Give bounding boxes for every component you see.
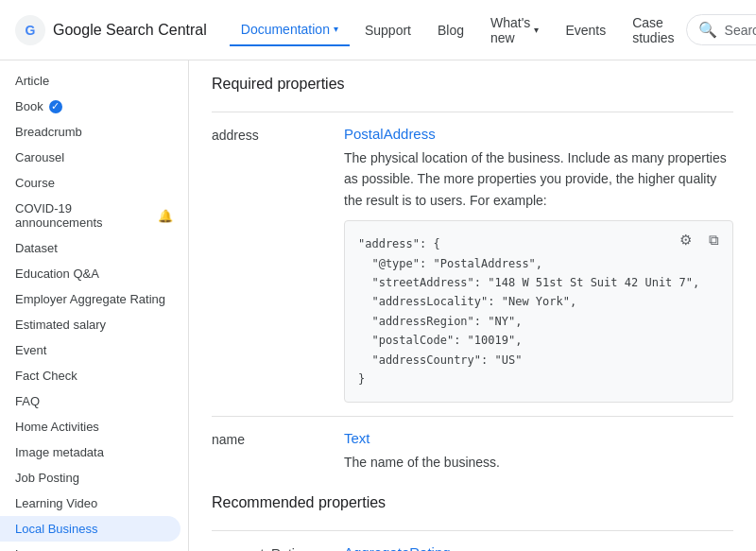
settings-button[interactable]: ⚙	[672, 227, 698, 253]
prop-name-aggregate: aggregateRating	[212, 544, 344, 551]
check-icon: ✓	[49, 100, 62, 113]
sidebar-item-learning[interactable]: Learning Video	[0, 491, 188, 516]
sidebar-item-course[interactable]: Course	[0, 170, 188, 196]
sidebar-item-event[interactable]: Event	[0, 337, 188, 363]
prop-row-address: address PostalAddress The physical locat…	[212, 112, 733, 416]
sidebar-item-home[interactable]: Home Activities	[0, 414, 188, 439]
prop-content-name: Text The name of the business.	[344, 430, 733, 473]
code-block-address: ⚙ ⧉ "address": { "@type": "PostalAddress…	[344, 220, 733, 403]
sidebar-item-covid[interactable]: COVID-19 announcements 🔔	[0, 196, 188, 235]
sidebar-item-book[interactable]: Book ✓	[0, 94, 188, 119]
required-section-header: Required properties	[212, 76, 733, 100]
google-icon: G	[15, 15, 45, 45]
sidebar-item-article[interactable]: Article	[0, 68, 188, 94]
nav-documentation[interactable]: Documentation ▾	[230, 14, 350, 46]
sidebar-item-faq[interactable]: FAQ	[0, 388, 188, 414]
chevron-down-icon: ▾	[534, 25, 539, 35]
logo-text: Google Search Central	[53, 22, 207, 39]
bell-icon: 🔔	[158, 209, 173, 223]
main-content: Required properties address PostalAddres…	[189, 60, 756, 551]
chevron-down-icon: ▾	[334, 24, 338, 34]
nav-events[interactable]: Events	[554, 15, 617, 45]
search-label: Search	[725, 23, 756, 38]
sidebar-item-education[interactable]: Education Q&A	[0, 261, 188, 286]
prop-type-link-address[interactable]: PostalAddress	[344, 126, 436, 142]
prop-desc-name: The name of the business.	[344, 452, 733, 473]
prop-row-name: name Text The name of the business.	[212, 416, 733, 486]
prop-content-aggregate: AggregateRating This property is only re…	[344, 544, 733, 551]
svg-text:G: G	[26, 23, 36, 38]
recommended-properties-section: Recommended properties aggregateRating A…	[212, 494, 733, 551]
sidebar-item-estimated[interactable]: Estimated salary	[0, 312, 188, 337]
search-box[interactable]: 🔍 Search	[686, 14, 756, 45]
prop-row-aggregate: aggregateRating AggregateRating This pro…	[212, 530, 733, 551]
code-block-actions: ⚙ ⧉	[672, 227, 727, 253]
sidebar-item-jobposting[interactable]: Job Posting	[0, 465, 188, 491]
sidebar: Article Book ✓ Breadcrumb Carousel Cours…	[0, 60, 189, 551]
sidebar-item-localbusiness[interactable]: Local Business	[0, 516, 180, 542]
search-icon: 🔍	[698, 21, 717, 39]
prop-type-link-name[interactable]: Text	[344, 430, 370, 446]
body: Article Book ✓ Breadcrumb Carousel Cours…	[0, 60, 756, 551]
sidebar-item-employer[interactable]: Employer Aggregate Rating	[0, 286, 188, 312]
recommended-section-header: Recommended properties	[212, 494, 733, 519]
prop-content-address: PostalAddress The physical location of t…	[344, 126, 733, 403]
sidebar-item-logo[interactable]: Logo	[0, 542, 188, 551]
main-nav: Documentation ▾ Support Blog What's new …	[230, 8, 686, 53]
sidebar-item-carousel[interactable]: Carousel	[0, 145, 188, 170]
header: G Google Search Central Documentation ▾ …	[0, 0, 756, 60]
prop-name-name: name	[212, 430, 344, 473]
nav-whats-new[interactable]: What's new ▾	[479, 8, 550, 53]
nav-support[interactable]: Support	[353, 15, 422, 45]
sidebar-item-image[interactable]: Image metadata	[0, 439, 188, 465]
prop-name-address: address	[212, 126, 344, 403]
copy-button[interactable]: ⧉	[700, 227, 727, 253]
prop-desc-address: The physical location of the business. I…	[344, 147, 733, 211]
logo[interactable]: G Google Search Central	[15, 15, 207, 45]
code-content-address: "address": { "@type": "PostalAddress", "…	[358, 234, 719, 388]
nav-blog[interactable]: Blog	[426, 15, 475, 45]
nav-case-studies[interactable]: Case studies	[621, 8, 685, 53]
sidebar-item-breadcrumb[interactable]: Breadcrumb	[0, 119, 188, 145]
sidebar-item-dataset[interactable]: Dataset	[0, 235, 188, 261]
prop-type-link-aggregate[interactable]: AggregateRating	[344, 544, 451, 551]
required-properties-section: Required properties address PostalAddres…	[212, 76, 733, 487]
sidebar-item-factcheck[interactable]: Fact Check	[0, 363, 188, 388]
